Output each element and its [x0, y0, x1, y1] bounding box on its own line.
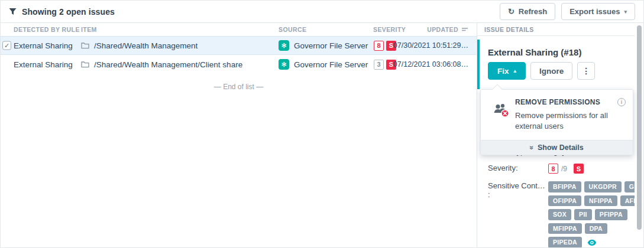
severity-number-badge: 8 — [548, 164, 558, 174]
info-icon[interactable]: i — [617, 98, 626, 106]
sensitive-tag: PIPEDA — [548, 237, 582, 248]
show-details-button[interactable]: » Show Details — [481, 140, 633, 155]
issues-app-window: Showing 2 open issues ↻ Refresh Export i… — [0, 0, 644, 248]
table-header-row: DETECTED BY RULE ITEM SOURCE SEVERITY UP… — [1, 23, 477, 36]
export-issues-label: Export issues — [569, 7, 620, 16]
column-header-updated[interactable]: UPDATED — [427, 26, 468, 33]
sensitive-tag: NFIPPA — [584, 195, 617, 207]
item-path-cell: /Shared/Wealth Management — [94, 41, 198, 50]
sensitive-tag: PII — [574, 209, 592, 220]
sensitive-tag: BFIPPA — [548, 181, 581, 192]
refresh-icon: ↻ — [508, 8, 514, 15]
table-row[interactable]: ✓ External Sharing /Shared/Wealth Manage… — [1, 36, 477, 55]
show-all-tags-eye-icon[interactable] — [587, 239, 597, 246]
ignore-button-label: Ignore — [539, 67, 564, 76]
sensitive-content-label: Sensitive Cont… : — [488, 181, 548, 248]
item-path-cell: /Shared/Wealth Management/Client share — [94, 60, 242, 69]
double-chevron-down-icon: » — [529, 146, 536, 150]
sensitive-tag: PFIPPA — [595, 209, 627, 220]
refresh-button[interactable]: ↻ Refresh — [500, 3, 555, 20]
folder-icon — [81, 42, 89, 49]
export-issues-button[interactable]: Export issues ▾ — [561, 3, 635, 20]
scrollbar-track[interactable] — [635, 23, 643, 247]
more-actions-button[interactable]: ⋮ — [577, 62, 595, 80]
fix-dropdown-popup: REMOVE PERMISSIONS i Remove permissions … — [480, 89, 633, 155]
row-checkbox-checked[interactable]: ✓ — [2, 41, 11, 50]
issue-title: External Sharing (#18) — [488, 47, 581, 57]
table-row[interactable]: External Sharing /Shared/Wealth Manageme… — [1, 55, 477, 74]
sensitive-tag: SOX — [548, 209, 571, 220]
sensitive-content-field: Sensitive Cont… : BFIPPA UKGDPR GDPR OFI… — [488, 181, 630, 248]
severity-label: Severity: — [488, 164, 548, 174]
sensitive-tag: DPA — [585, 223, 607, 234]
severity-number-badge: 3 — [374, 60, 384, 70]
column-header-severity[interactable]: SEVERITY — [373, 26, 406, 33]
issue-fields: Source type: Egnyte Severity: 8 /9 S Sen… — [488, 147, 630, 248]
severity-number-badge: 8 — [374, 41, 384, 51]
refresh-button-label: Refresh — [519, 7, 547, 16]
sensitive-tag: OFIPPA — [548, 195, 581, 207]
remove-permissions-option[interactable]: REMOVE PERMISSIONS i Remove permissions … — [481, 90, 633, 140]
show-details-label: Show Details — [538, 143, 584, 152]
updated-cell: 07/30/2021 10:51:29… — [393, 41, 468, 50]
updated-cell: 07/12/2021 03:06:08… — [393, 60, 468, 68]
governor-file-server-icon: ✻ — [279, 59, 289, 70]
source-cell: Governor File Server — [294, 60, 368, 69]
sensitive-flag-badge: S — [574, 164, 584, 174]
remove-permissions-description: Remove permissions for all external user… — [515, 110, 616, 132]
issue-details-panel: ISSUE DETAILS External Sharing (#18) Fix… — [477, 23, 635, 248]
sensitive-tag: UKGDPR — [584, 181, 622, 192]
check-icon: ✓ — [4, 42, 9, 50]
scrollbar-thumb[interactable] — [637, 25, 642, 230]
remove-permissions-title: REMOVE PERMISSIONS — [515, 98, 626, 106]
column-header-source[interactable]: SOURCE — [271, 26, 373, 33]
selected-issue-accent-bar — [477, 40, 480, 89]
fix-button-label: Fix — [497, 67, 509, 76]
sort-descending-icon — [461, 27, 468, 32]
panel-title: ISSUE DETAILS — [477, 23, 635, 36]
remove-external-users-icon — [493, 103, 510, 118]
folder-icon — [81, 61, 89, 68]
chevron-up-icon: ▴ — [514, 68, 517, 74]
column-header-item[interactable]: ITEM — [81, 26, 271, 33]
governor-file-server-icon: ✻ — [279, 40, 289, 51]
column-header-rule[interactable]: DETECTED BY RULE — [1, 26, 81, 33]
end-of-list-text: — End of list — — [1, 83, 477, 91]
kebab-icon: ⋮ — [582, 66, 590, 76]
rule-cell: External Sharing — [14, 41, 73, 50]
severity-field: Severity: 8 /9 S — [488, 164, 630, 174]
filter-funnel-icon — [9, 8, 17, 15]
chevron-down-icon: ▾ — [624, 9, 627, 15]
severity-max: /9 — [561, 165, 567, 173]
rule-cell: External Sharing — [14, 60, 73, 69]
toolbar: Showing 2 open issues ↻ Refresh Export i… — [1, 1, 643, 23]
page-title: Showing 2 open issues — [22, 7, 115, 17]
ignore-button[interactable]: Ignore — [530, 62, 572, 80]
issues-table: DETECTED BY RULE ITEM SOURCE SEVERITY UP… — [1, 23, 477, 248]
source-cell: Governor File Server — [294, 41, 368, 50]
fix-button[interactable]: Fix ▴ — [488, 62, 526, 80]
sensitive-tag: MFIPPA — [548, 223, 582, 234]
